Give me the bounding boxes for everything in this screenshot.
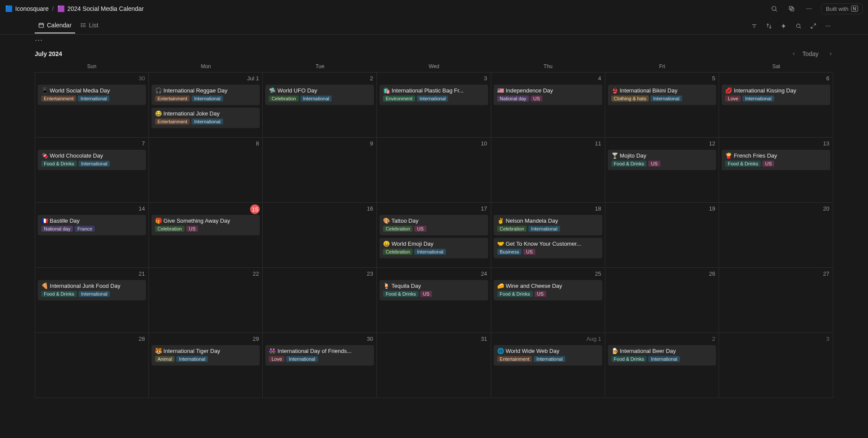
- tag: Celebration: [155, 226, 185, 232]
- event-title: 🛍️ International Plastic Bag Fr...: [383, 87, 485, 94]
- tag: US: [531, 96, 542, 102]
- day-number: 3: [484, 75, 487, 82]
- event-tags: CelebrationInternational: [383, 249, 485, 255]
- day-cell[interactable]: 7🍫 World Chocolate DayFood & DrinksInter…: [35, 138, 149, 203]
- day-cell[interactable]: Jul 1🎧 International Reggae DayEntertain…: [149, 72, 263, 138]
- day-cell[interactable]: 6💋 International Kissing DayLoveInternat…: [719, 72, 833, 138]
- tag: National day: [41, 226, 73, 232]
- sort-icon[interactable]: [764, 21, 774, 31]
- event-card[interactable]: 🐯 International Tiger DayAnimalInternati…: [152, 345, 260, 366]
- event-card[interactable]: 🇫🇷 Bastille DayNational dayFrance: [38, 215, 146, 235]
- search-icon[interactable]: [769, 3, 779, 14]
- events-container: 🍕 International Junk Food DayFood & Drin…: [38, 280, 146, 300]
- expand-icon[interactable]: [808, 21, 818, 31]
- svg-line-1: [776, 10, 777, 11]
- tag: Entertainment: [497, 356, 532, 362]
- today-button[interactable]: Today: [799, 49, 822, 59]
- day-cell[interactable]: 29🐯 International Tiger DayAnimalInterna…: [149, 333, 263, 398]
- event-card[interactable]: ✌️ Nelson Mandela DayCelebrationInternat…: [494, 215, 602, 235]
- day-number: 17: [481, 205, 487, 212]
- day-cell[interactable]: 12🍸 Mojito DayFood & DrinksUS: [605, 138, 719, 203]
- day-cell[interactable]: 2🍺 International Beer DayFood & DrinksIn…: [605, 333, 719, 398]
- event-card[interactable]: 🌐 World Wide Web DayEntertainmentInterna…: [494, 345, 602, 366]
- day-cell[interactable]: 30📱 World Social Media DayEntertainmentI…: [35, 72, 149, 138]
- day-cell[interactable]: 5👙 International Bikini DayClothing & ha…: [605, 72, 719, 138]
- day-cell[interactable]: 26: [605, 268, 719, 333]
- more-icon[interactable]: [804, 3, 814, 14]
- calendar-header: July 2024 Today: [35, 49, 833, 59]
- day-cell[interactable]: 18✌️ Nelson Mandela DayCelebrationIntern…: [491, 203, 605, 268]
- event-card[interactable]: 🛍️ International Plastic Bag Fr...Enviro…: [380, 85, 488, 105]
- search-view-icon[interactable]: [793, 21, 804, 31]
- event-card[interactable]: 🎨 Tattoo DayCelebrationUS: [380, 215, 488, 235]
- breadcrumb-page[interactable]: 🟪 2024 Social Media Calendar: [57, 5, 144, 12]
- event-card[interactable]: 🍕 International Junk Food DayFood & Drin…: [38, 280, 146, 300]
- event-card[interactable]: 📱 World Social Media DayEntertainmentInt…: [38, 85, 146, 105]
- day-cell[interactable]: 16: [263, 203, 377, 268]
- event-card[interactable]: 🧀 Wine and Cheese DayFood & DrinksUS: [494, 280, 602, 300]
- tab-calendar-label: Calendar: [47, 22, 72, 29]
- day-cell[interactable]: 24🍹 Tequila DayFood & DrinksUS: [377, 268, 491, 333]
- view-more-icon[interactable]: [823, 21, 833, 31]
- day-cell[interactable]: 31: [377, 333, 491, 398]
- day-cell[interactable]: 21🍕 International Junk Food DayFood & Dr…: [35, 268, 149, 333]
- day-number: 15: [250, 204, 260, 214]
- day-cell[interactable]: 3: [719, 333, 833, 398]
- event-title: 👙 International Bikini Day: [611, 87, 713, 94]
- day-cell[interactable]: 13🍟 French Fries DayFood & DrinksUS: [719, 138, 833, 203]
- day-cell[interactable]: 14🇫🇷 Bastille DayNational dayFrance: [35, 203, 149, 268]
- event-card[interactable]: 🍫 World Chocolate DayFood & DrinksIntern…: [38, 150, 146, 170]
- copy-icon[interactable]: [786, 3, 797, 14]
- day-cell[interactable]: 10: [377, 138, 491, 203]
- event-card[interactable]: 💋 International Kissing DayLoveInternati…: [722, 85, 830, 105]
- tag: France: [75, 226, 95, 232]
- day-cell[interactable]: 4🇺🇸 Independence DayNational dayUS: [491, 72, 605, 138]
- day-cell[interactable]: 11: [491, 138, 605, 203]
- day-cell[interactable]: 3🛍️ International Plastic Bag Fr...Envir…: [377, 72, 491, 138]
- prev-month-button[interactable]: [788, 49, 796, 58]
- day-cell[interactable]: 17🎨 Tattoo DayCelebrationUS😀 World Emoji…: [377, 203, 491, 268]
- event-card[interactable]: 🍺 International Beer DayFood & DrinksInt…: [608, 345, 716, 366]
- day-cell[interactable]: 23: [263, 268, 377, 333]
- event-card[interactable]: 😀 World Emoji DayCelebrationInternationa…: [380, 238, 488, 258]
- filter-icon[interactable]: [749, 21, 759, 31]
- event-card[interactable]: 🍸 Mojito DayFood & DrinksUS: [608, 150, 716, 170]
- event-title: ✌️ Nelson Mandela Day: [497, 217, 599, 224]
- day-cell[interactable]: 30👭 International Day of Friends...LoveI…: [263, 333, 377, 398]
- tab-list[interactable]: List: [77, 19, 102, 33]
- tag: Entertainment: [41, 96, 76, 102]
- page-header-collapsed[interactable]: ⋯: [35, 35, 833, 45]
- automation-icon[interactable]: [779, 21, 789, 31]
- built-with-button[interactable]: Built with N: [821, 3, 863, 14]
- day-cell[interactable]: 22: [149, 268, 263, 333]
- event-card[interactable]: 🍹 Tequila DayFood & DrinksUS: [380, 280, 488, 300]
- day-cell[interactable]: 19: [605, 203, 719, 268]
- event-card[interactable]: 🎁 Give Something Away DayCelebrationUS: [152, 215, 260, 235]
- tag: Celebration: [497, 226, 527, 232]
- event-tags: BusinessUS: [497, 249, 599, 255]
- event-card[interactable]: 🎧 International Reggae DayEntertainmentI…: [152, 85, 260, 105]
- day-cell[interactable]: 20: [719, 203, 833, 268]
- tag: International: [534, 356, 565, 362]
- day-cell[interactable]: 25🧀 Wine and Cheese DayFood & DrinksUS: [491, 268, 605, 333]
- event-card[interactable]: 😂 International Joke DayEntertainmentInt…: [152, 108, 260, 128]
- day-cell[interactable]: 27: [719, 268, 833, 333]
- event-card[interactable]: 🛸 World UFO DayCelebrationInternational: [265, 85, 374, 105]
- event-card[interactable]: 🍟 French Fries DayFood & DrinksUS: [722, 150, 830, 170]
- weekday-row: Sun Mon Tue Wed Thu Fri Sat: [35, 63, 833, 72]
- tab-calendar[interactable]: Calendar: [35, 19, 75, 33]
- event-card[interactable]: 👭 International Day of Friends...LoveInt…: [265, 345, 374, 366]
- day-cell[interactable]: 8: [149, 138, 263, 203]
- weekday-thu: Thu: [491, 63, 605, 72]
- day-cell[interactable]: 15🎁 Give Something Away DayCelebrationUS: [149, 203, 263, 268]
- weekday-mon: Mon: [149, 63, 263, 72]
- day-cell[interactable]: 28: [35, 333, 149, 398]
- day-cell[interactable]: 9: [263, 138, 377, 203]
- day-cell[interactable]: 2🛸 World UFO DayCelebrationInternational: [263, 72, 377, 138]
- next-month-button[interactable]: [825, 49, 833, 58]
- event-card[interactable]: 🇺🇸 Independence DayNational dayUS: [494, 85, 602, 105]
- day-cell[interactable]: Aug 1🌐 World Wide Web DayEntertainmentIn…: [491, 333, 605, 398]
- breadcrumb-workspace[interactable]: 🟦 Iconosquare: [5, 5, 49, 12]
- event-card[interactable]: 🤝 Get To Know Your Customer...BusinessUS: [494, 238, 602, 258]
- event-card[interactable]: 👙 International Bikini DayClothing & hat…: [608, 85, 716, 105]
